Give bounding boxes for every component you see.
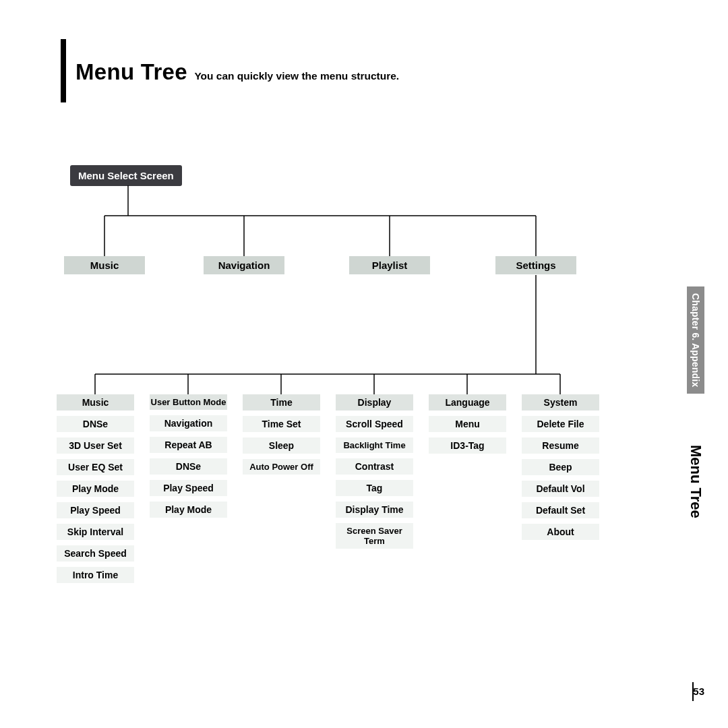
- connector-layer: [0, 0, 728, 728]
- page-root: Menu Tree You can quickly view the menu …: [0, 0, 728, 728]
